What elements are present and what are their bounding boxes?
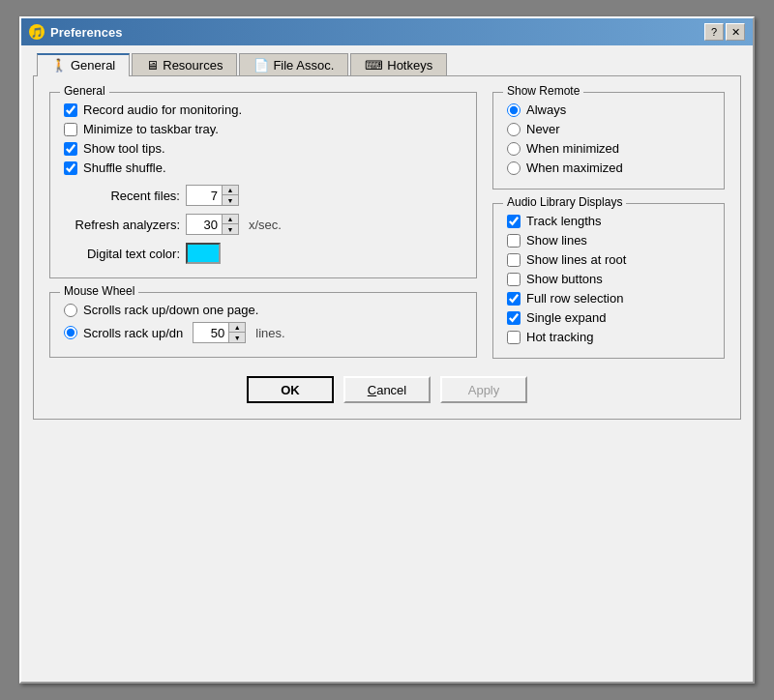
panels-row: General Record audio for monitoring. Min… [49,92,725,359]
check-record-audio: Record audio for monitoring. [64,102,462,117]
record-audio-label: Record audio for monitoring. [83,102,242,117]
refresh-analyzers-spin-buttons: ▲ ▼ [222,215,238,234]
show-buttons-checkbox[interactable] [507,273,521,286]
cancel-button[interactable]: Cancel [343,376,431,403]
hot-tracking-label: Hot tracking [526,330,593,344]
general-tab-icon: 🚶 [51,58,67,73]
recent-files-spin-buttons: ▲ ▼ [222,186,238,205]
title-buttons: ? ✕ [704,23,745,41]
scroll-lines-label: Scrolls rack up/dn [83,326,183,340]
recent-files-spin-up[interactable]: ▲ [223,186,238,195]
single-expand-checkbox[interactable] [507,311,521,325]
close-button[interactable]: ✕ [726,23,745,41]
radio-when-minimized: When minimized [507,141,710,156]
color-swatch[interactable] [186,243,221,264]
check-show-tooltips: Show tool tips. [64,141,462,156]
show-buttons-label: Show buttons [526,272,603,286]
remote-minimized-radio[interactable] [507,142,521,156]
lines-spin-up[interactable]: ▲ [229,323,245,333]
left-column: General Record audio for monitoring. Min… [49,92,477,359]
refresh-analyzers-label: Refresh analyzers: [64,218,180,232]
refresh-unit-label: x/sec. [249,218,282,232]
tab-resources[interactable]: 🖥 Resources [132,53,237,76]
window-title: Preferences [50,25,122,40]
right-column: Show Remote Always Never When minimized [492,92,725,359]
remote-always-radio[interactable] [507,103,521,117]
show-lines-root-checkbox[interactable] [507,253,521,267]
scroll-page-radio[interactable] [64,304,77,317]
shuffle-checkbox[interactable] [64,161,77,175]
radio-scroll-lines: Scrolls rack up/dn ▲ ▼ lines. [64,322,462,343]
tabs-bar: 🚶 General 🖥 Resources 📄 File Assoc. ⌨ Ho… [33,53,741,76]
remote-always-label: Always [526,102,566,117]
recent-files-input[interactable] [187,186,222,205]
check-show-lines-root: Show lines at root [507,252,710,267]
hotkeys-tab-label: Hotkeys [387,58,432,73]
check-show-lines: Show lines [507,233,710,248]
remote-maximized-radio[interactable] [507,161,521,175]
ok-button[interactable]: OK [247,376,334,403]
remote-never-label: Never [526,122,560,136]
scroll-lines-radio[interactable] [64,326,77,339]
record-audio-checkbox[interactable] [64,103,77,117]
hot-tracking-checkbox[interactable] [507,331,521,344]
general-tab-label: General [71,58,115,73]
bottom-buttons: OK Cancel Apply [49,376,725,403]
lines-spin-down[interactable]: ▼ [229,333,245,342]
recent-files-spinner: ▲ ▼ [186,185,239,206]
remote-maximized-label: When maximized [526,160,623,175]
remote-never-radio[interactable] [507,123,521,136]
lines-input[interactable] [194,323,228,342]
apply-button[interactable]: Apply [440,376,527,403]
refresh-analyzers-spin-up[interactable]: ▲ [223,215,238,224]
title-bar-left: 🎵 Preferences [29,24,122,40]
check-track-lengths: Track lengths [507,214,710,228]
show-lines-label: Show lines [526,233,587,248]
preferences-window: 🎵 Preferences ? ✕ 🚶 General 🖥 Resources … [19,16,755,684]
radio-always: Always [507,102,710,117]
audio-library-group-label: Audio Library Displays [503,195,626,209]
apply-label: Apply [468,383,500,397]
recent-files-spin-down[interactable]: ▼ [223,195,238,205]
help-button[interactable]: ? [704,23,724,41]
track-lengths-checkbox[interactable] [507,215,521,228]
scroll-page-label: Scrolls rack up/down one page. [83,303,258,317]
show-tooltips-checkbox[interactable] [64,142,77,156]
radio-never: Never [507,122,710,136]
single-expand-label: Single expand [526,310,606,325]
cancel-label: Cancel [368,383,406,397]
resources-tab-label: Resources [163,58,223,73]
lines-spinner: ▲ ▼ [193,322,246,343]
lines-spin-buttons: ▲ ▼ [228,323,245,342]
track-lengths-label: Track lengths [526,214,602,228]
mouse-wheel-group: Mouse Wheel Scrolls rack up/down one pag… [49,292,477,358]
lines-unit-label: lines. [255,326,284,340]
resources-tab-icon: 🖥 [146,58,159,73]
remote-minimized-label: When minimized [526,141,619,156]
recent-files-row: Recent files: ▲ ▼ [64,185,462,206]
full-row-label: Full row selection [526,291,623,306]
file-assoc-tab-label: File Assoc. [273,58,334,73]
tab-file-assoc[interactable]: 📄 File Assoc. [239,53,348,76]
show-lines-checkbox[interactable] [507,234,521,248]
tab-hotkeys[interactable]: ⌨ Hotkeys [350,53,447,76]
check-hot-tracking: Hot tracking [507,330,710,344]
refresh-analyzers-input[interactable] [187,215,222,234]
minimize-tray-label: Minimize to taskbar tray. [83,122,219,136]
recent-files-label: Recent files: [64,189,180,203]
show-lines-root-label: Show lines at root [526,252,626,267]
app-icon: 🎵 [29,24,45,40]
title-bar: 🎵 Preferences ? ✕ [21,18,753,45]
full-row-checkbox[interactable] [507,292,521,306]
refresh-analyzers-spin-down[interactable]: ▼ [223,224,238,234]
main-panel: General Record audio for monitoring. Min… [33,75,741,420]
hotkeys-tab-icon: ⌨ [365,58,383,73]
ok-label: OK [281,383,300,397]
file-assoc-tab-icon: 📄 [253,58,269,73]
radio-when-maximized: When maximized [507,160,710,175]
refresh-analyzers-row: Refresh analyzers: ▲ ▼ x/sec. [64,214,462,235]
minimize-tray-checkbox[interactable] [64,123,77,136]
radio-scroll-page: Scrolls rack up/down one page. [64,303,462,317]
tab-general[interactable]: 🚶 General [37,53,130,76]
check-full-row: Full row selection [507,291,710,306]
